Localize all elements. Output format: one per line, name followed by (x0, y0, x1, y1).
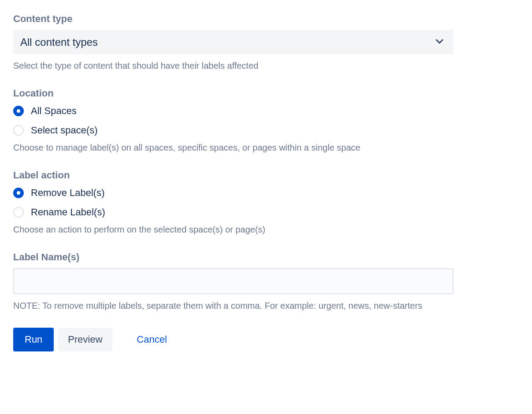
label-names-input[interactable] (13, 268, 454, 294)
radio-unselected-icon (13, 207, 24, 218)
label-action-option-remove[interactable]: Remove Label(s) (13, 187, 454, 199)
label-action-help: Choose an action to perform on the selec… (13, 223, 454, 236)
label-action-label: Label action (13, 170, 454, 181)
preview-button[interactable]: Preview (58, 328, 112, 351)
content-type-select[interactable]: All content types (13, 30, 454, 54)
label-management-form: Content type All content types Select th… (13, 13, 454, 351)
content-type-help: Select the type of content that should h… (13, 59, 454, 72)
radio-label: Remove Label(s) (31, 187, 105, 199)
label-names-field: Label Name(s) NOTE: To remove multiple l… (13, 251, 454, 312)
radio-label: All Spaces (31, 105, 77, 117)
location-option-select-spaces[interactable]: Select space(s) (13, 125, 454, 136)
content-type-field: Content type All content types Select th… (13, 13, 454, 72)
radio-selected-icon (13, 188, 24, 198)
location-option-all-spaces[interactable]: All Spaces (13, 105, 454, 117)
content-type-label: Content type (13, 13, 454, 25)
run-button[interactable]: Run (13, 328, 54, 351)
label-names-help: NOTE: To remove multiple labels, separat… (13, 299, 454, 312)
location-label: Location (13, 88, 454, 99)
label-action-field: Label action Remove Label(s) Rename Labe… (13, 170, 454, 236)
label-action-radio-group: Remove Label(s) Rename Label(s) (13, 187, 454, 218)
radio-selected-icon (13, 106, 24, 116)
label-names-label: Label Name(s) (13, 251, 454, 263)
content-type-select-wrapper: All content types (13, 30, 454, 54)
radio-label: Select space(s) (31, 125, 98, 136)
button-row: Run Preview Cancel (13, 328, 454, 351)
radio-label: Rename Label(s) (31, 207, 105, 218)
radio-unselected-icon (13, 125, 24, 136)
location-radio-group: All Spaces Select space(s) (13, 105, 454, 136)
cancel-button[interactable]: Cancel (128, 328, 176, 351)
location-field: Location All Spaces Select space(s) Choo… (13, 88, 454, 154)
location-help: Choose to manage label(s) on all spaces,… (13, 141, 454, 154)
label-action-option-rename[interactable]: Rename Label(s) (13, 207, 454, 218)
